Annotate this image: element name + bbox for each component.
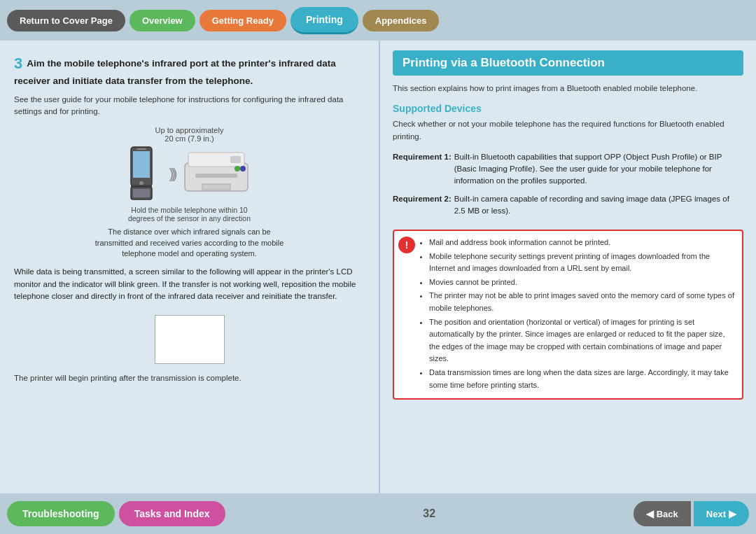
warning-item: Data transmission times are long when th… [429,367,735,391]
svg-rect-9 [230,156,241,163]
requirement-2-row: Requirement 2: Built-in camera capable o… [393,192,743,222]
back-arrow-icon: ◀ [646,508,654,519]
next-button[interactable]: Next ▶ [694,501,749,526]
distance-label: Up to approximately 20 cm (7.9 in.) [155,126,224,143]
warning-item: Mobile telephone security settings preve… [429,251,735,275]
svg-rect-6 [133,189,150,197]
intro-text: This section explains how to print image… [393,83,743,94]
cover-page-button[interactable]: Return to Cover Page [7,10,125,31]
supported-devices-title: Supported Devices [393,103,743,114]
left-panel: 3Aim the mobile telephone's infrared por… [0,41,380,493]
warning-item: The position and orientation (horizontal… [429,316,735,365]
requirements-table: Requirement 1: Built-in Bluetooth capabi… [393,150,743,221]
warning-item: The printer may not be able to print ima… [429,290,735,314]
main-content: 3Aim the mobile telephone's infrared por… [0,41,756,493]
printer-icon [181,149,251,198]
phone-icon [127,146,162,202]
svg-point-12 [234,166,240,171]
warning-list: Mail and address book information cannot… [419,237,735,391]
req2-text: Built-in camera capable of recording and… [454,192,743,222]
lcd-display-box [155,315,225,364]
req1-label: Requirement 1: [393,150,454,192]
distance-caption: The distance over which infrared signals… [92,227,288,259]
page-number: 32 [230,507,629,520]
diagram-area: Up to approximately 20 cm (7.9 in.) ))) [14,126,365,259]
troubleshooting-button[interactable]: Troubleshooting [7,501,115,526]
hold-label: Hold the mobile telephone within 10 degr… [120,206,260,223]
back-next-nav: ◀ Back Next ▶ [634,501,749,526]
back-button[interactable]: ◀ Back [634,501,691,526]
warning-icon: ! [398,237,415,253]
req1-text: Built-in Bluetooth capabilities that sup… [454,150,743,192]
bottom-navigation: Troubleshooting Tasks and Index 32 ◀ Bac… [0,493,756,534]
section-title: Printing via a Bluetooth Connection [393,50,743,76]
signal-waves-icon: ))) [169,166,175,182]
step-heading: 3Aim the mobile telephone's infrared por… [14,53,365,88]
complete-text: The printer will begin printing after th… [14,374,365,382]
printing-button[interactable]: Printing [290,7,358,34]
next-arrow-icon: ▶ [729,508,736,519]
req2-label: Requirement 2: [393,192,454,222]
step-number: 3 [14,55,22,72]
warning-box: ! Mail and address book information cann… [393,230,743,400]
top-navigation: Return to Cover Page Overview Getting Re… [0,0,756,41]
requirement-1-row: Requirement 1: Built-in Bluetooth capabi… [393,150,743,192]
svg-rect-11 [202,184,230,190]
right-panel: Printing via a Bluetooth Connection This… [380,41,756,493]
tasks-index-button[interactable]: Tasks and Index [119,501,225,526]
svg-rect-10 [195,174,237,178]
warning-item: Mail and address book information cannot… [429,237,735,249]
check-text: Check whether or not your mobile telepho… [393,118,743,143]
diagram-box: ))) [127,146,252,202]
transmission-para: While data is being transmitted, a scree… [14,266,365,302]
svg-point-13 [240,166,246,171]
step-subtext: See the user guide for your mobile telep… [14,94,365,118]
warning-item: Movies cannot be printed. [429,276,735,289]
getting-ready-button[interactable]: Getting Ready [200,10,286,31]
overview-button[interactable]: Overview [130,10,195,31]
appendices-button[interactable]: Appendices [363,10,440,31]
svg-rect-3 [136,148,146,150]
svg-rect-1 [133,151,150,178]
